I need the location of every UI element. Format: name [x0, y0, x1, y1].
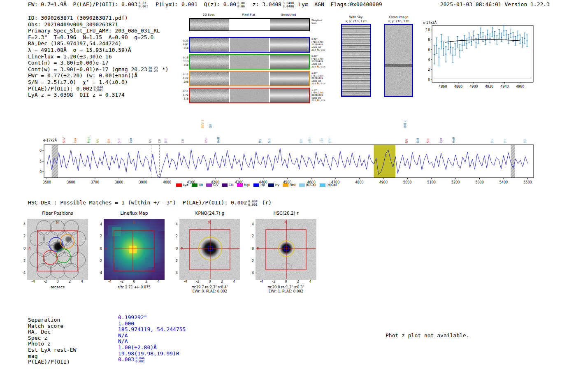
info-line: Obs: 20210409v009_3090263871 — [28, 21, 169, 28]
smoothed-image — [270, 72, 309, 86]
text-segment: F=2.3" T=0.196 N̄=1.15 A=0.90 g=25.0 — [28, 34, 153, 40]
text-segment: P(Lyα): 0.001 Q(z): 0.00 — [149, 1, 236, 7]
spec2d-row-annotation: (710, 170) — [311, 41, 323, 43]
smoothed-image — [270, 38, 309, 52]
stacked-uncertainty: 20.2320.23 — [149, 67, 158, 73]
match-field-label: mag — [28, 353, 118, 359]
cutout-caption-2: EWr: 0. PLAE: 0.002 — [175, 289, 244, 293]
y-tick-label: 2 — [17, 234, 26, 238]
x-tick-label: 4860 — [439, 85, 447, 88]
y-tick-label: 4 — [246, 223, 254, 226]
text-segment: LineFlux = 1.20(±3.30)e-16 — [28, 53, 112, 60]
cutout-title: Fiber Positions — [27, 211, 88, 216]
match-table-row: Photo zN/A — [28, 341, 186, 347]
full-spectrum-plot: 3500360037003800390040004100420043004400… — [39, 111, 539, 187]
cutout-caption-2: EWr: 1. PLAE: 0.002 — [251, 289, 321, 293]
y-tick-label: -4 — [170, 271, 178, 275]
match-field-label: Photo z — [28, 341, 118, 347]
x-tick-label: 4900 — [469, 85, 478, 88]
legend-item: HeII — [283, 183, 296, 187]
y-tick-label: 0 — [246, 247, 254, 251]
data-point — [466, 43, 467, 44]
report-summary-header: EW: 0.7±1.9Å P(LAE)/P(OII): 0.0030.030.0… — [28, 1, 382, 8]
data-point — [462, 45, 463, 46]
match-table-row: P(LAE)/P(OII)0.0030.0460.001 — [28, 359, 186, 365]
compass-north-label: N — [284, 220, 287, 225]
info-line: RA,Dec (185.974197,54.244724) — [28, 40, 169, 47]
cutout-title: KPNO(24.7) g — [179, 211, 240, 216]
stacked-uncertainty: 0.0340.001 — [248, 200, 258, 206]
lineflux-map-image — [104, 219, 165, 280]
compass-east-label: E — [28, 247, 31, 251]
spec2d-row-stat: 1.22 — [182, 77, 188, 79]
y-tick-label: 2 — [94, 234, 102, 238]
x-tick-label: -2 — [194, 280, 201, 283]
compass-north-label: N — [208, 220, 211, 225]
clean-image-title: Clean Image — [380, 15, 417, 19]
x-tick-label: -2 — [270, 280, 277, 283]
x-tick-label: 4880 — [454, 85, 462, 88]
y-tick-label: 10 — [426, 28, 430, 32]
compass-east-label: E — [181, 247, 183, 251]
emission-line-label: OIII — [416, 138, 420, 143]
match-field-value: N/A — [118, 338, 128, 344]
x-tick-label: 0 — [207, 280, 213, 283]
spec2d-row — [189, 71, 310, 86]
data-point — [436, 45, 437, 46]
spec2d-row-annotation: v009_03 — [311, 80, 321, 82]
smoothed-image — [270, 19, 309, 30]
y-tick-label: 0 — [170, 247, 178, 251]
match-field-value: N/A — [118, 332, 128, 339]
x-tick-label: 0 — [283, 280, 289, 283]
legend-label: CIV — [213, 183, 218, 187]
x-tick-label: 0 — [131, 280, 137, 283]
compass-north-label: N — [132, 220, 135, 225]
spec2d-row-annotation: Sum — [311, 22, 316, 24]
spec2d-section: 2D SpecPixel FlatSmoothedWeightedSum0.20… — [182, 12, 330, 107]
x-tick-label: 4 — [307, 280, 314, 283]
spec2d-row — [189, 18, 310, 31]
y-tick-label: 0 — [17, 247, 26, 251]
detection-info-block: ID: 3090263871 (3090263871.pdf)Obs: 2021… — [28, 15, 169, 98]
legend-label: OII — [199, 183, 203, 187]
legend-swatch — [253, 183, 259, 187]
data-point — [499, 33, 500, 35]
cutout-caption: m:19.7 re:2.3" s:0.4" — [175, 285, 244, 289]
noise-texture — [270, 19, 309, 30]
y-tick-label: -2 — [94, 259, 102, 263]
spec2d-row-stat: 0.20 — [182, 39, 188, 42]
x-tick-label: 5300 — [475, 181, 483, 184]
x-tick-label: 5200 — [451, 181, 460, 184]
legend-label: Lyα — [183, 183, 188, 187]
y-tick-label: 2 — [428, 68, 430, 72]
text-segment: EW: 0.7±1.9Å P(LAE)/P(OII): 0.003 — [28, 1, 137, 7]
emission-line-label: CIV — [320, 138, 324, 143]
y-axis-label: e-17x2Å — [423, 20, 437, 25]
emission-line-label: SiII — [117, 139, 121, 143]
emission-line-label: SiII — [164, 139, 167, 143]
data-point — [441, 41, 442, 42]
data-point — [450, 46, 451, 48]
legend-swatch — [222, 183, 228, 187]
elixer-report-page: EW: 0.7±1.9Å P(LAE)/P(OII): 0.0030.030.0… — [0, 0, 576, 392]
stacked-uncertainty: 0.030.001 — [139, 2, 148, 8]
match-field-label: P(LAE)/P(OII) — [28, 359, 118, 365]
spectrum-legend: LyαOIICIVCIIIMgIIHβHγHeII(K)CaII(H)CaII — [176, 183, 337, 187]
secondary-blob — [65, 236, 72, 243]
clean-image-coords: x, y: 710, 170 — [380, 19, 417, 23]
legend-swatch — [299, 183, 305, 187]
spec2d-column-header: Pixel Flat — [242, 13, 255, 16]
x-tick-label: -4 — [30, 280, 37, 283]
cutout-title: HSC(26.2) r — [255, 211, 316, 216]
cutout-title: Lineflux Map — [104, 211, 165, 216]
x-tick-label: 2 — [295, 280, 302, 283]
spec2d-image — [190, 72, 229, 86]
legend-item: OII — [192, 183, 203, 187]
emission-line-label: NV — [96, 138, 100, 143]
y-tick-label: -2 — [170, 259, 178, 263]
text-segment: z: 3.0408 — [246, 1, 281, 7]
y-tick-label: -4 — [246, 271, 254, 275]
x-tick-label: 4900 — [379, 181, 388, 184]
data-point — [473, 35, 474, 37]
text-segment: Cont(w) = 3.90(±0.01)e-17 (gmag 20.23 — [28, 66, 147, 72]
